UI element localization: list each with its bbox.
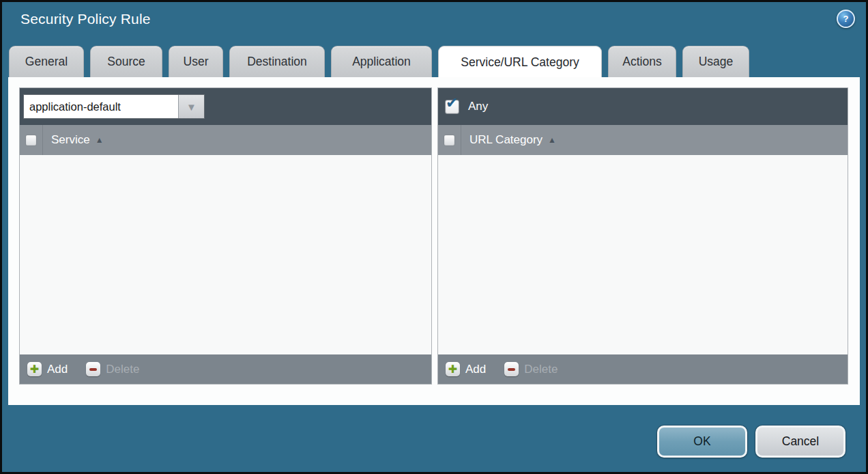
add-service-label: Add: [47, 363, 68, 376]
service-type-dropdown-button[interactable]: ▼: [178, 95, 204, 118]
tab-usage[interactable]: Usage: [682, 46, 749, 77]
add-url-category-button[interactable]: ✚ Add: [446, 362, 486, 376]
tab-actions[interactable]: Actions: [608, 46, 676, 77]
add-url-category-label: Add: [465, 363, 486, 376]
tab-service-url-category[interactable]: Service/URL Category: [438, 46, 602, 78]
tab-source[interactable]: Source: [90, 46, 162, 77]
minus-icon: [86, 362, 100, 376]
tab-general[interactable]: General: [9, 46, 84, 77]
any-label: Any: [468, 100, 488, 113]
plus-icon: ✚: [446, 362, 460, 376]
minus-icon: [504, 362, 519, 376]
sort-asc-icon[interactable]: ▲: [548, 135, 556, 145]
url-category-panel-footer: ✚ Add Delete: [438, 354, 848, 384]
cancel-button[interactable]: Cancel: [755, 426, 845, 458]
page-title: Security Policy Rule: [20, 11, 151, 27]
url-category-panel-header: ✔ Any: [438, 88, 848, 125]
chevron-down-icon: ▼: [186, 102, 197, 112]
security-policy-rule-dialog: Security Policy Rule ? General Source Us…: [0, 0, 868, 474]
service-panel: application-default ▼ Service ▲ ✚ Add: [19, 87, 432, 385]
checkmark-icon: ✔: [446, 96, 458, 111]
service-type-dropdown-value[interactable]: application-default: [24, 95, 178, 118]
delete-url-category-button[interactable]: Delete: [504, 362, 558, 376]
ok-button[interactable]: OK: [657, 426, 747, 458]
help-icon: ?: [843, 14, 849, 23]
url-category-column-header: URL Category ▲: [438, 125, 848, 155]
tab-user[interactable]: User: [169, 46, 223, 77]
delete-service-button[interactable]: Delete: [86, 362, 139, 376]
service-panel-header: application-default ▼: [20, 88, 431, 125]
service-panel-footer: ✚ Add Delete: [20, 354, 431, 384]
service-column-header: Service ▲: [20, 125, 431, 155]
service-type-dropdown[interactable]: application-default ▼: [23, 94, 205, 119]
help-button[interactable]: ?: [837, 10, 855, 28]
service-select-all-cell: [20, 125, 43, 155]
tab-application[interactable]: Application: [331, 46, 432, 77]
service-select-all-checkbox[interactable]: [25, 135, 37, 146]
service-list: [20, 155, 431, 354]
url-category-select-all-checkbox[interactable]: [444, 135, 455, 146]
service-column-label: Service: [51, 133, 90, 147]
url-category-column-label: URL Category: [469, 133, 542, 147]
tab-content-area: application-default ▼ Service ▲ ✚ Add: [8, 77, 860, 405]
url-category-panel: ✔ Any URL Category ▲ ✚ Add: [437, 87, 848, 385]
delete-service-label: Delete: [106, 363, 139, 376]
url-category-list: [438, 155, 848, 354]
add-service-button[interactable]: ✚ Add: [27, 362, 68, 376]
tab-bar: General Source User Destination Applicat…: [9, 46, 749, 77]
url-category-select-all-cell: [438, 125, 461, 155]
sort-asc-icon[interactable]: ▲: [96, 135, 104, 145]
any-checkbox[interactable]: ✔: [445, 100, 459, 114]
plus-icon: ✚: [27, 362, 42, 376]
delete-url-category-label: Delete: [524, 363, 558, 376]
any-row: ✔ Any: [438, 100, 488, 114]
tab-destination[interactable]: Destination: [229, 46, 325, 77]
